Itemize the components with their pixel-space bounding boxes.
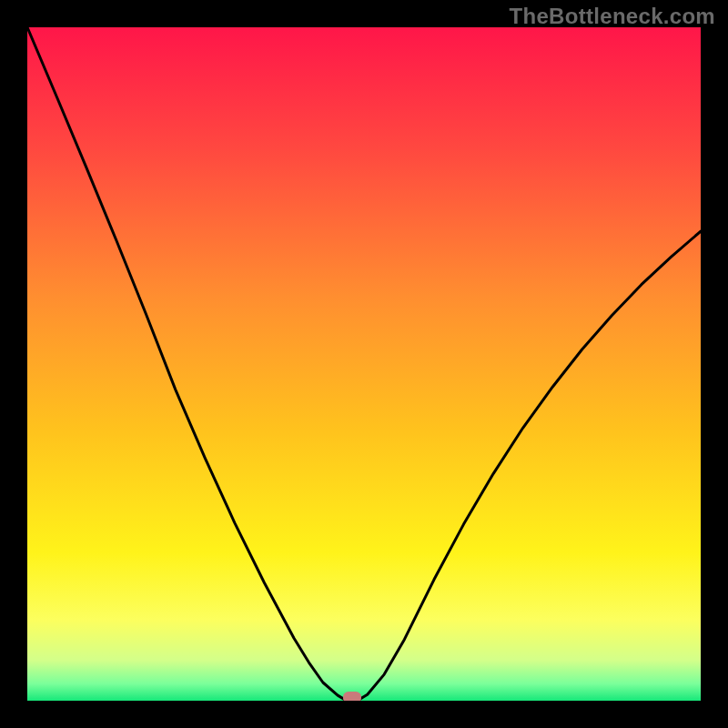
bottleneck-curve: [27, 27, 701, 701]
watermark-label: TheBottleneck.com: [510, 4, 715, 29]
chart-frame: TheBottleneck.com: [0, 0, 728, 728]
plot-area: [27, 27, 701, 701]
